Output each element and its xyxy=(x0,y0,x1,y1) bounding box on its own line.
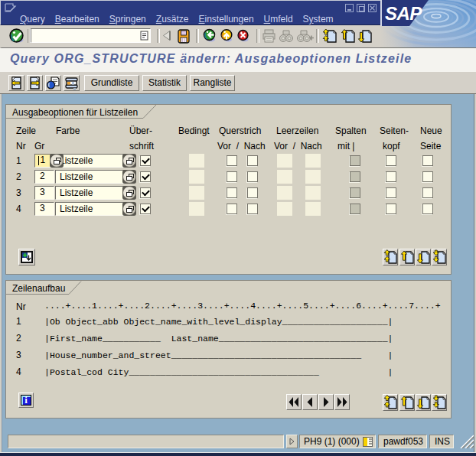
svg-text:SAP: SAP xyxy=(385,3,422,24)
